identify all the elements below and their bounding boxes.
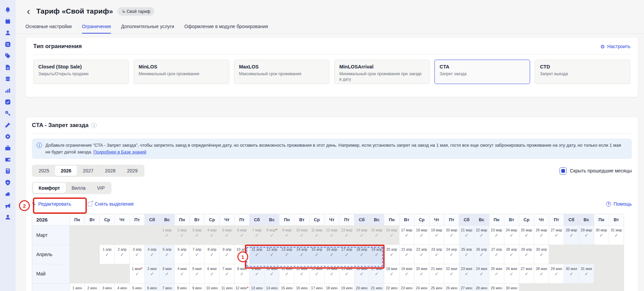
percent-icon[interactable]: [4, 41, 12, 48]
calendar-day-cell[interactable]: 2 июн✓: [84, 283, 99, 291]
calendar-day-cell[interactable]: 2 мар✓: [174, 225, 189, 245]
calendar-day-cell[interactable]: 26 мая✓: [504, 264, 519, 283]
calendar-day-cell[interactable]: 7 июн✓: [159, 283, 174, 291]
calendar-day-cell[interactable]: 15 июн✓: [279, 283, 294, 291]
calendar-day-cell[interactable]: 1 июн✓: [70, 283, 84, 291]
info-icon[interactable]: i: [91, 123, 97, 128]
calendar-day-cell[interactable]: 16 апр✓: [324, 245, 339, 264]
calendar-day-cell[interactable]: 20 мар✓: [444, 225, 459, 245]
calendar-day-cell[interactable]: 7 мая✓: [219, 264, 234, 283]
calendar-day-cell[interactable]: 2 апр✓: [114, 245, 129, 264]
card-cta[interactable]: CTA Запрет заезда: [434, 60, 530, 84]
year-tab-2028[interactable]: 2028: [99, 166, 121, 176]
calendar-day-cell[interactable]: 25 мая✓: [489, 264, 504, 283]
calendar-day-cell[interactable]: 11 июн✓: [219, 283, 234, 291]
calendar-day-cell[interactable]: 7 апр✓: [189, 245, 204, 264]
calendar-day-cell[interactable]: 8 апр✓: [204, 245, 219, 264]
calendar-day-cell[interactable]: 23 мар✓: [489, 225, 504, 245]
card-closed[interactable]: Closed (Stop Sale) Закрыть/Открыть прода…: [33, 60, 129, 84]
user-2-icon[interactable]: [4, 213, 12, 221]
calendar-day-cell[interactable]: 29 мар✓: [579, 225, 594, 245]
calendar-day-cell[interactable]: 13 мар✓: [339, 225, 354, 245]
calendar-day-cell[interactable]: 20 мая✓: [414, 264, 429, 283]
calendar-day-cell[interactable]: 28 мар✓: [564, 225, 579, 245]
calendar-day-cell[interactable]: 14 апр✓: [294, 245, 309, 264]
calendar-day-cell[interactable]: 11 апр✓: [249, 245, 264, 264]
calendar-icon[interactable]: [4, 18, 12, 25]
calendar-day-cell[interactable]: 7 мар✓: [249, 225, 264, 245]
calendar-day-cell[interactable]: 3 мар✓: [189, 225, 204, 245]
calendar-day-cell[interactable]: 23 июн✓: [399, 283, 414, 291]
calendar-day-cell[interactable]: 18 мар✓: [414, 225, 429, 245]
check-square-icon[interactable]: [4, 98, 12, 105]
calendar-day-cell[interactable]: 9 апр✓: [219, 245, 234, 264]
key-icon[interactable]: [4, 110, 12, 117]
calendar-day-cell[interactable]: 16 июн✓: [294, 283, 309, 291]
calendar-day-cell[interactable]: 24 мая✓: [474, 264, 489, 283]
calendar-day-cell[interactable]: 6 мая✓: [204, 264, 219, 283]
card-maxlos[interactable]: MaxLOS Максимальный срок проживания: [234, 60, 330, 84]
calendar-day-cell[interactable]: 27 июн✓: [459, 283, 474, 291]
calendar-day-cell[interactable]: 18 апр✓: [354, 245, 369, 264]
calendar-day-cell[interactable]: 18 мая✓: [384, 264, 399, 283]
broom-icon[interactable]: [4, 121, 12, 128]
calendar-day-cell[interactable]: 21 мар✓: [459, 225, 474, 245]
calendar-day-cell[interactable]: 12 апр✓: [264, 245, 279, 264]
calendar-day-cell[interactable]: 19 мая✓: [399, 264, 414, 283]
calendar-day-cell[interactable]: 30 мар✓: [594, 225, 609, 245]
calendar-day-cell[interactable]: 17 мар✓: [399, 225, 414, 245]
calendar-day-cell[interactable]: 14 мар✓: [354, 225, 369, 245]
card-minlos[interactable]: MinLOS Минимальный срок проживания: [134, 60, 229, 84]
calendar-day-cell[interactable]: 21 июн✓: [369, 283, 384, 291]
calendar-day-cell[interactable]: 27 апр✓: [489, 245, 504, 264]
calendar-day-cell[interactable]: 26 мар✓: [534, 225, 549, 245]
calendar-day-cell[interactable]: 22 июн✓: [384, 283, 399, 291]
calendar-day-cell[interactable]: 21 мая✓: [429, 264, 444, 283]
year-tab-2027[interactable]: 2027: [77, 166, 99, 176]
year-tab-2026[interactable]: 2026: [55, 166, 77, 176]
calendar-day-cell[interactable]: 25 апр✓: [459, 245, 474, 264]
calendar-day-cell[interactable]: 14 мая✓: [324, 264, 339, 283]
cloud-icon[interactable]: [4, 190, 12, 198]
tab-extra-services[interactable]: Дополнительные услуги: [121, 21, 174, 34]
calendar-day-cell[interactable]: 15 мар✓: [369, 225, 384, 245]
year-tab-2025[interactable]: 2025: [33, 166, 55, 176]
calendar-day-cell[interactable]: 20 июн✓: [354, 283, 369, 291]
calendar-day-cell[interactable]: 25 мар✓: [519, 225, 534, 245]
calendar-day-cell[interactable]: 29 июн✓: [489, 283, 504, 291]
calendar-day-cell[interactable]: 24 июн✓: [414, 283, 429, 291]
calendar-day-cell[interactable]: 18 июн✓: [324, 283, 339, 291]
bar-chart-icon[interactable]: [4, 87, 12, 94]
calendar-day-cell[interactable]: 22 апр✓: [414, 245, 429, 264]
calendar-day-cell[interactable]: 13 июн✓: [249, 283, 264, 291]
calendar-day-cell[interactable]: 22 мар✓: [474, 225, 489, 245]
tag-icon[interactable]: [4, 52, 12, 59]
calendar-day-cell[interactable]: 12 июн*✓: [234, 283, 249, 291]
calendar-day-cell[interactable]: 24 мар✓: [504, 225, 519, 245]
calendar-day-cell[interactable]: 6 мар✓: [234, 225, 249, 245]
calendar-day-cell[interactable]: 2 мая✓: [144, 264, 159, 283]
calendar-day-cell[interactable]: 30 апр✓: [534, 245, 549, 264]
bell-icon[interactable]: [4, 6, 12, 13]
calendar-day-cell[interactable]: 3 мая✓: [159, 264, 174, 283]
calendar-day-cell[interactable]: 17 июн✓: [309, 283, 324, 291]
calendar-day-cell[interactable]: 3 апр✓: [130, 245, 144, 264]
calendar-day-cell[interactable]: 28 апр✓: [504, 245, 519, 264]
tab-main-settings[interactable]: Основные настройки: [25, 21, 72, 34]
calendar-day-cell[interactable]: 29 апр✓: [519, 245, 534, 264]
calendar-day-cell[interactable]: 16 мар✓: [384, 225, 399, 245]
card-ctd[interactable]: CTD Запрет выезда: [535, 60, 630, 84]
calendar-day-cell[interactable]: 4 мая✓: [174, 264, 189, 283]
calendar-day-cell[interactable]: 4 июн✓: [114, 283, 129, 291]
calendar-day-cell[interactable]: 29 мая✓: [549, 264, 564, 283]
briefcase-icon[interactable]: [4, 144, 12, 151]
calendar-day-cell[interactable]: 31 мар✓: [609, 225, 624, 245]
calendar-day-cell[interactable]: 8 мая✓: [234, 264, 249, 283]
calendar-day-cell[interactable]: 1 мар✓: [159, 225, 174, 245]
calendar-day-cell[interactable]: 14 июн✓: [264, 283, 279, 291]
calendar-day-cell[interactable]: 17 апр✓: [339, 245, 354, 264]
clear-selection-button[interactable]: Снять выделение: [88, 201, 134, 207]
calendar-day-cell[interactable]: 10 апр✓: [234, 245, 249, 264]
calendar-day-cell[interactable]: 27 мая✓: [519, 264, 534, 283]
calendar-day-cell[interactable]: 21 апр✓: [399, 245, 414, 264]
